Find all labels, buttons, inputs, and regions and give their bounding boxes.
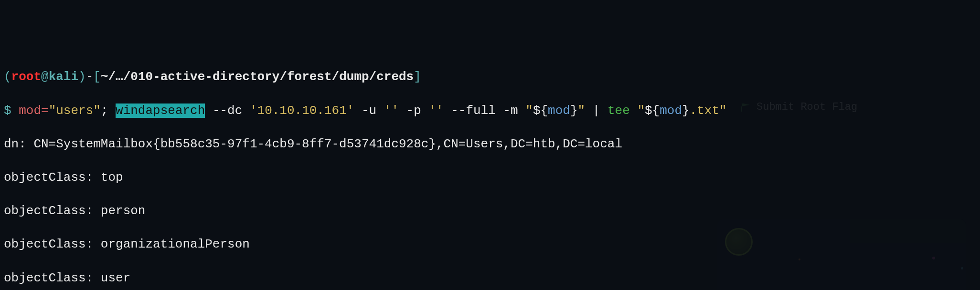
prompt-at: @ <box>41 70 49 84</box>
cmd-semi: ; <box>101 104 116 118</box>
cmd-string-users: "users" <box>49 104 101 118</box>
cmd-var2: mod <box>660 104 682 118</box>
cmd-vop1: ${ <box>533 104 548 118</box>
cmd-tee: tee <box>607 104 630 118</box>
cmd-empty-user: '' <box>384 104 399 118</box>
prompt-host: kali <box>49 70 78 84</box>
cmd-ip: '10.10.10.161' <box>250 104 354 118</box>
cmd-p-flag: -p <box>399 104 428 118</box>
cmd-var1: mod <box>548 104 570 118</box>
output-line: objectClass: top <box>4 169 976 186</box>
cmd-q2e: .txt" <box>690 104 727 118</box>
paren-open: ( <box>4 70 11 84</box>
output-line: objectClass: person <box>4 203 976 219</box>
cmd-vcl2: } <box>682 104 690 118</box>
confetti-dot <box>799 259 800 260</box>
output-line: dn: CN=SystemMailbox{bb558c35-97f1-4cb9-… <box>4 136 976 153</box>
cmd-u-flag: -u <box>354 104 383 118</box>
confetti-dot <box>932 257 935 259</box>
cmd-empty-pass: '' <box>428 104 443 118</box>
paren-close: ) <box>78 70 86 84</box>
cmd-q1a: " <box>525 104 533 118</box>
cmd-pipe: | <box>585 104 607 118</box>
cmd-sp <box>630 104 638 118</box>
output-line: objectClass: user <box>4 270 976 287</box>
prompt-dollar: $ <box>4 104 11 118</box>
output-line: objectClass: organizationalPerson <box>4 236 976 253</box>
prompt-dash: - <box>86 70 94 84</box>
cmd-vop2: ${ <box>645 104 660 118</box>
command-line[interactable]: $ mod="users"; windapsearch --dc '10.10.… <box>4 103 976 119</box>
prompt-line-1: (root@kali)-[~/…/010-active-directory/fo… <box>4 69 976 85</box>
confetti-dot <box>961 267 963 269</box>
cmd-vcl1: } <box>570 104 578 118</box>
prompt-path: ~/…/010-active-directory/forest/dump/cre… <box>101 70 414 84</box>
bracket-open: [ <box>93 70 101 84</box>
bracket-close: ] <box>414 70 421 84</box>
cmd-q1e: " <box>578 104 586 118</box>
cmd-full-m: --full -m <box>444 104 526 118</box>
cmd-tool: windapsearch <box>116 104 205 118</box>
cmd-q2a: " <box>637 104 645 118</box>
prompt-user: root <box>11 70 41 84</box>
cmd-dc-flag: --dc <box>205 104 250 118</box>
cmd-assign: mod= <box>11 104 49 118</box>
